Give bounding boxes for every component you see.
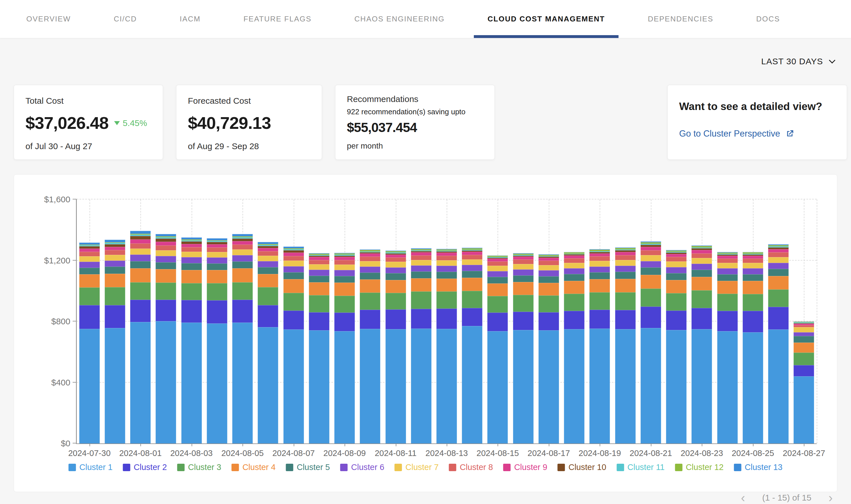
bar-segment-cluster-6[interactable] — [462, 265, 482, 271]
bar-segment-cluster-3[interactable] — [794, 353, 814, 365]
bar-segment-cluster-8[interactable] — [309, 260, 329, 265]
bar-segment-cluster-1[interactable] — [181, 323, 202, 444]
bar-segment-cluster-3[interactable] — [334, 296, 355, 312]
bar-segment-cluster-4[interactable] — [564, 281, 585, 294]
bar-segment-cluster-2[interactable] — [334, 312, 355, 331]
bar-segment-cluster-10[interactable] — [181, 241, 202, 244]
bar-segment-cluster-7[interactable] — [666, 262, 687, 267]
bar-segment-cluster-3[interactable] — [743, 294, 763, 311]
bar-segment-cluster-5[interactable] — [768, 269, 789, 276]
bar-segment-cluster-9[interactable] — [385, 255, 406, 257]
stacked-bar-2024-08-15[interactable] — [487, 255, 508, 444]
bar-segment-cluster-2[interactable] — [360, 310, 380, 329]
stacked-bar-2024-08-02[interactable] — [156, 234, 176, 444]
bar-segment-cluster-1[interactable] — [232, 323, 253, 444]
bar-segment-cluster-8[interactable] — [411, 255, 432, 260]
bar-segment-cluster-3[interactable] — [462, 291, 482, 308]
bar-segment-cluster-8[interactable] — [130, 244, 151, 249]
bar-segment-cluster-6[interactable] — [181, 257, 202, 263]
bar-segment-cluster-1[interactable] — [691, 329, 712, 444]
bar-segment-cluster-13[interactable] — [130, 231, 151, 234]
stacked-bar-2024-08-11[interactable] — [385, 251, 406, 444]
bar-segment-cluster-4[interactable] — [232, 268, 253, 282]
bar-segment-cluster-6[interactable] — [309, 270, 329, 275]
legend-item-cluster-5[interactable]: Cluster 5 — [286, 463, 330, 472]
bar-segment-cluster-2[interactable] — [258, 305, 278, 327]
bar-segment-cluster-4[interactable] — [768, 276, 789, 289]
bar-segment-cluster-7[interactable] — [130, 249, 151, 255]
bar-segment-cluster-6[interactable] — [487, 271, 508, 277]
bar-segment-cluster-7[interactable] — [360, 261, 380, 267]
bar-segment-cluster-7[interactable] — [411, 260, 432, 266]
bar-segment-cluster-6[interactable] — [105, 260, 125, 267]
bar-segment-cluster-6[interactable] — [385, 267, 406, 273]
tab-dependencies[interactable]: DEPENDENCIES — [648, 0, 713, 38]
bar-segment-cluster-2[interactable] — [309, 312, 329, 330]
pagination-next-icon[interactable]: › — [829, 493, 833, 502]
stacked-bar-2024-08-24[interactable] — [717, 252, 738, 444]
bar-segment-cluster-5[interactable] — [105, 267, 125, 274]
bar-segment-cluster-6[interactable] — [130, 255, 151, 261]
bar-segment-cluster-8[interactable] — [487, 262, 508, 266]
bar-segment-cluster-10[interactable] — [156, 238, 176, 242]
bar-segment-cluster-9[interactable] — [589, 253, 610, 256]
bar-segment-cluster-2[interactable] — [79, 305, 100, 329]
bar-segment-cluster-7[interactable] — [564, 263, 585, 268]
bar-segment-cluster-1[interactable] — [564, 329, 585, 444]
bar-segment-cluster-9[interactable] — [79, 249, 100, 252]
bar-segment-cluster-4[interactable] — [666, 280, 687, 293]
tab-docs[interactable]: DOCS — [756, 0, 780, 38]
bar-segment-cluster-4[interactable] — [641, 275, 661, 289]
bar-segment-cluster-8[interactable] — [283, 256, 304, 261]
bar-segment-cluster-4[interactable] — [207, 270, 227, 283]
stacked-bar-2024-08-21[interactable] — [641, 241, 661, 444]
bar-segment-cluster-5[interactable] — [232, 262, 253, 269]
bar-segment-cluster-5[interactable] — [181, 263, 202, 270]
bar-segment-cluster-8[interactable] — [564, 258, 585, 263]
bar-segment-cluster-1[interactable] — [105, 328, 125, 444]
bar-segment-cluster-2[interactable] — [487, 312, 508, 331]
bar-segment-cluster-2[interactable] — [691, 308, 712, 329]
bar-segment-cluster-6[interactable] — [538, 270, 559, 276]
bar-segment-cluster-9[interactable] — [360, 253, 380, 256]
tab-ci-cd[interactable]: CI/CD — [114, 0, 137, 38]
legend-item-cluster-9[interactable]: Cluster 9 — [503, 463, 547, 472]
stacked-bar-2024-08-03[interactable] — [181, 237, 202, 444]
bar-segment-cluster-5[interactable] — [411, 271, 432, 278]
stacked-bar-2024-08-16[interactable] — [513, 253, 534, 444]
bar-segment-cluster-8[interactable] — [462, 255, 482, 259]
bar-segment-cluster-9[interactable] — [768, 249, 789, 253]
bar-segment-cluster-6[interactable] — [513, 269, 534, 275]
bar-segment-cluster-1[interactable] — [487, 331, 508, 444]
bar-segment-cluster-13[interactable] — [258, 242, 278, 244]
bar-segment-cluster-8[interactable] — [768, 252, 789, 257]
stacked-bar-2024-08-26[interactable] — [768, 244, 789, 444]
bar-segment-cluster-1[interactable] — [666, 330, 687, 444]
bar-segment-cluster-2[interactable] — [411, 309, 432, 328]
bar-segment-cluster-7[interactable] — [207, 252, 227, 257]
bar-segment-cluster-3[interactable] — [283, 293, 304, 310]
bar-segment-cluster-6[interactable] — [794, 332, 814, 336]
bar-segment-cluster-6[interactable] — [768, 263, 789, 269]
bar-segment-cluster-9[interactable] — [564, 255, 585, 258]
bar-segment-cluster-4[interactable] — [436, 278, 457, 291]
bar-segment-cluster-9[interactable] — [717, 256, 738, 258]
stacked-bar-2024-07-31[interactable] — [105, 240, 125, 444]
legend-item-cluster-4[interactable]: Cluster 4 — [232, 463, 276, 472]
bar-segment-cluster-4[interactable] — [79, 274, 100, 287]
bar-segment-cluster-9[interactable] — [743, 256, 763, 258]
bar-segment-cluster-13[interactable] — [207, 238, 227, 240]
bar-segment-cluster-10[interactable] — [207, 242, 227, 244]
bar-segment-cluster-13[interactable] — [181, 237, 202, 239]
bar-segment-cluster-4[interactable] — [258, 274, 278, 287]
cluster-perspective-link[interactable]: Go to Cluster Perspective — [679, 129, 835, 139]
bar-segment-cluster-9[interactable] — [283, 253, 304, 256]
stacked-bar-2024-08-19[interactable] — [589, 249, 610, 444]
bar-segment-cluster-7[interactable] — [258, 256, 278, 261]
bar-segment-cluster-3[interactable] — [130, 282, 151, 300]
stacked-bar-2024-08-14[interactable] — [462, 248, 482, 444]
bar-segment-cluster-4[interactable] — [691, 277, 712, 290]
bar-segment-cluster-4[interactable] — [283, 279, 304, 292]
stacked-bar-2024-08-10[interactable] — [360, 249, 380, 444]
bar-segment-cluster-7[interactable] — [743, 263, 763, 268]
